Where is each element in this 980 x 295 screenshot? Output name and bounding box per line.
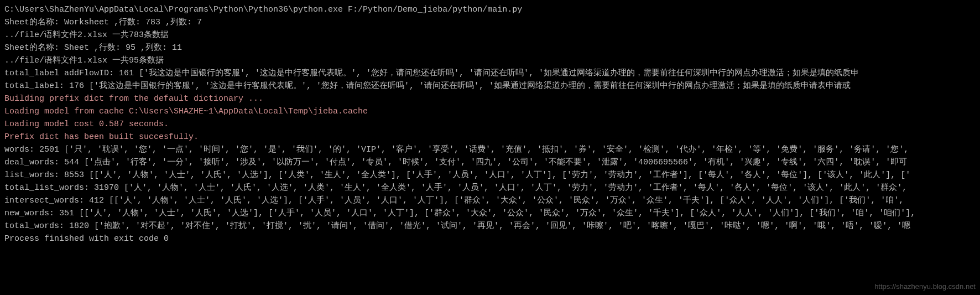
console-line: total_label addFlowID: 161 ['我这边是中国银行的客服…	[4, 67, 976, 80]
watermark: https://shazhenyu.blog.csdn.net	[874, 280, 976, 293]
console-line: Building prefix dict from the default di…	[4, 92, 976, 105]
console-line: deal_words: 544 ['点击', '行客', '一分', '接听',…	[4, 156, 976, 169]
console-line: Sheet的名称: Sheet ,行数: 95 ,列数: 11	[4, 42, 976, 54]
console-line: Loading model cost 0.587 seconds.	[4, 118, 976, 131]
console-line: Loading model from cache C:\Users\SHAZHE…	[4, 105, 976, 118]
console-line: Process finished with exit code 0	[4, 232, 976, 245]
console-line: new_words: 351 [['人', '人物', '人士', '人氏', …	[4, 207, 976, 220]
console-line: C:\Users\ShaZhenYu\AppData\Local\Program…	[4, 3, 976, 16]
console-line: intersect_words: 412 [['人', '人物', '人士', …	[4, 194, 976, 207]
console-line: total_list_words: 31970 ['人', '人物', '人士'…	[4, 182, 976, 194]
console-line: total_words: 1820 ['抱歉', '对不起', '对不住', '…	[4, 220, 976, 232]
console-line: words: 2501 ['只', '耽误', '您', '一点', '时间',…	[4, 143, 976, 156]
console-line: Sheet的名称: Worksheet ,行数: 783 ,列数: 7	[4, 16, 976, 29]
console-line: Prefix dict has been built succesfully.	[4, 131, 976, 143]
console-line: total_label: 176 ['我这边是中国银行的客服', '这边是中行客…	[4, 80, 976, 92]
console-line: ../file/语料文件1.xlsx 一共95条数据	[4, 54, 976, 67]
console-line: ../file/语料文件2.xlsx 一共783条数据	[4, 29, 976, 42]
console-output: C:\Users\ShaZhenYu\AppData\Local\Program…	[0, 0, 980, 245]
console-line: list_words: 8553 [['人', '人物', '人士', '人氏'…	[4, 169, 976, 182]
